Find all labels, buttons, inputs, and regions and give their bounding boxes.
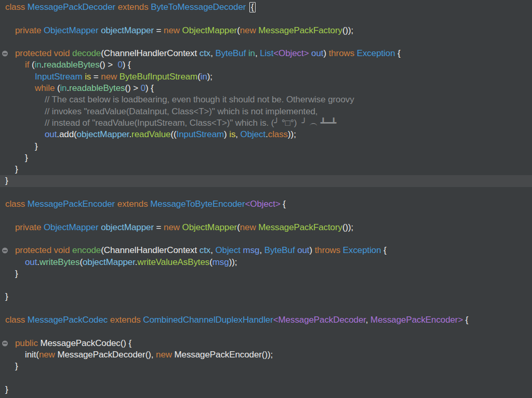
code-line-14[interactable]: } [0,152,532,164]
code-token: () > [100,60,118,70]
code-token: ()); [262,350,273,360]
code-token: <Object> [245,199,281,209]
code-token: is [85,72,94,82]
code-token: extends [118,2,151,12]
code-line-31[interactable]: init(new MessagePackDecoder(), new Messa… [0,349,532,361]
code-token: extends [117,199,150,209]
code-token: public [15,338,40,348]
code-token: MessagePackDecoder [57,350,145,360]
code-token: ) { [123,60,131,70]
code-token: msg [243,245,260,255]
override-marker-icon[interactable] [2,340,8,346]
code-token: , [255,48,260,58]
code-token: objectMapper [83,257,135,267]
code-token: ByteToMessageDecoder [151,2,248,12]
override-marker-icon[interactable] [2,51,8,57]
code-line-19[interactable] [0,210,532,221]
code-token: class [5,315,28,325]
code-token: new [156,350,175,360]
code-token: ObjectMapper [44,25,101,35]
code-token: objectMapper [101,25,156,35]
code-token: objectMapper [77,129,129,139]
code-token: void [54,48,72,58]
code-line-26[interactable]: } [0,291,532,302]
code-token: () > [125,83,141,93]
code-token: = [94,72,101,82]
code-line-7[interactable]: InputStream is = new ByteBufInputStream(… [0,71,532,83]
code-token: CombinedChannelDuplexHandler [143,315,273,325]
code-line-33[interactable] [0,373,532,384]
code-token: new [164,25,182,35]
code-token: ChannelHandlerContext [104,48,200,58]
code-token: } [25,153,28,163]
code-line-18[interactable]: class MessagePackEncoder extends Message… [0,198,532,210]
code-token: , [366,315,370,325]
code-line-13[interactable]: } [0,141,532,152]
code-token: < [273,315,278,325]
code-token: , [259,245,264,255]
code-token: InputStream [177,129,224,139]
code-line-28[interactable]: class MessagePackCodec extends CombinedC… [0,314,532,326]
code-token: 0 [117,60,122,70]
code-token: ObjectMapper [182,222,237,232]
code-token: // The cast below is loadbearing, even t… [45,95,354,104]
code-token: new [240,222,259,232]
code-token: } [15,361,18,371]
code-line-9[interactable]: // The cast below is loadbearing, even t… [0,94,532,105]
code-token: if [25,60,32,70]
code-line-5[interactable]: protected void decode(ChannelHandlerCont… [0,48,532,59]
code-line-32[interactable]: } [0,361,532,372]
code-token: ()); [342,25,353,35]
code-token: is [229,129,235,139]
code-line-8[interactable]: while (in.readableBytes() > 0) { [0,83,532,94]
code-token: (( [170,129,176,139]
code-token: ObjectMapper [44,222,101,232]
code-token: List [260,48,273,58]
code-line-34[interactable]: } [0,384,532,395]
code-line-3[interactable]: private ObjectMapper objectMapper = new … [0,25,532,36]
override-marker-icon[interactable] [2,248,8,254]
code-line-11[interactable]: // instead of "readValue(InputStream, Cl… [0,117,532,129]
code-line-2[interactable] [0,13,532,24]
code-token: { [383,245,387,255]
code-token: } [5,384,8,394]
code-token: out [297,245,309,255]
code-line-20[interactable]: private ObjectMapper objectMapper = new … [0,222,532,233]
code-line-30[interactable]: public MessagePackCodec() { [0,338,532,349]
code-line-25[interactable] [0,280,532,291]
code-line-29[interactable] [0,326,532,337]
code-line-15[interactable]: } [0,164,532,175]
code-token: = [156,222,164,232]
code-token: ctx [200,245,210,255]
code-line-4[interactable] [0,36,532,48]
code-line-16[interactable]: } [0,175,532,187]
code-line-17[interactable] [0,187,532,198]
code-token: msg [212,257,229,267]
code-token: // instead of "readValue(InputStream, Cl… [45,118,336,128]
code-line-12[interactable]: out.add(objectMapper.readValue((InputStr… [0,129,532,140]
code-line-22[interactable]: protected void encode(ChannelHandlerCont… [0,245,532,256]
code-token: writeValueAsBytes [137,257,209,267]
code-editor[interactable]: class MessagePackDecoder extends ByteToM… [0,0,532,398]
code-token: } [15,269,18,278]
code-token: out [45,129,57,139]
code-token: private [15,25,44,35]
code-line-21[interactable] [0,233,532,245]
code-token: () { [121,338,131,348]
code-token: MessagePackEncoder [28,199,117,209]
code-line-1[interactable]: class MessagePackDecoder extends ByteToM… [0,2,532,13]
code-token: 0 [141,83,145,93]
code-token: writeBytes [39,257,79,267]
code-token: ByteBufInputStream [119,72,197,82]
code-line-10[interactable]: // invokes "readValue(DataInput, Class<T… [0,106,532,117]
code-token: new [101,72,119,82]
code-line-6[interactable]: if (in.readableBytes() > 0) { [0,59,532,71]
code-token: ) [323,48,328,58]
code-token: new [164,222,182,232]
code-line-23[interactable]: out.writeBytes(objectMapper.writeValueAs… [0,257,532,268]
code-token: > [458,315,463,325]
code-token: in [35,60,42,70]
code-token: in [201,72,207,82]
code-line-24[interactable]: } [0,268,532,280]
code-line-27[interactable] [0,303,532,314]
